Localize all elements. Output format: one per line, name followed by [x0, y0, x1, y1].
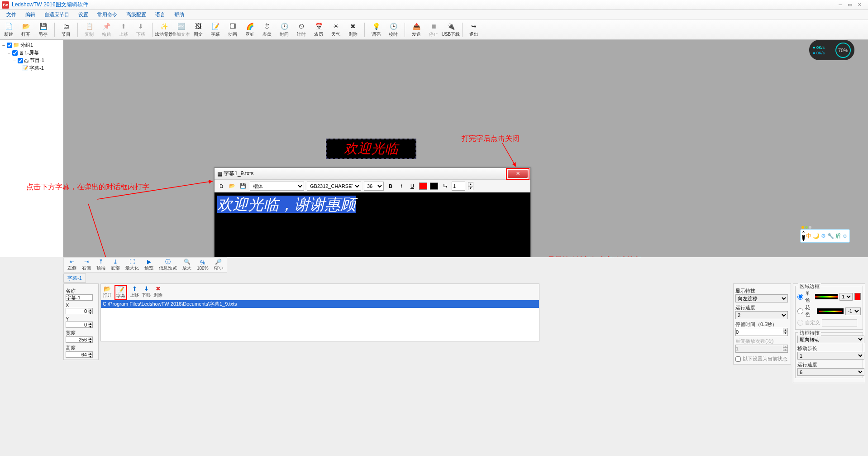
mini-左侧-button[interactable]: ⇤左侧: [67, 259, 76, 271]
fdel-button[interactable]: ✖删除: [153, 285, 162, 298]
speed2-select[interactable]: 6: [797, 368, 864, 376]
file-row[interactable]: C:\Program Files\LedshowTW 2016\Document…: [101, 300, 539, 308]
tree-chk-group[interactable]: [7, 43, 12, 48]
subtitle-button[interactable]: 📝字幕: [209, 22, 222, 38]
step-select[interactable]: 1: [797, 352, 864, 360]
fopen-button[interactable]: 📂打开: [103, 285, 112, 298]
border-val2[interactable]: -1: [845, 307, 861, 315]
stay-input[interactable]: [735, 328, 788, 336]
new-file-icon[interactable]: 🗋: [217, 182, 225, 190]
fdown-button[interactable]: ⬇下移: [142, 285, 151, 298]
menu-autofit[interactable]: 自适应节目: [41, 10, 73, 19]
delete-button[interactable]: ✖删除: [346, 22, 360, 38]
time-button[interactable]: 🕐时间: [277, 22, 291, 38]
tree-subtitle[interactable]: 字幕-1: [29, 65, 44, 72]
exit-button[interactable]: ↪退出: [467, 22, 481, 38]
send-button[interactable]: 📤发送: [410, 22, 423, 38]
color-red-swatch[interactable]: [419, 182, 427, 190]
tree-chk-screen[interactable]: [12, 50, 18, 56]
italic-button[interactable]: I: [397, 182, 405, 190]
underline-button[interactable]: U: [408, 182, 416, 190]
radio-single[interactable]: [797, 293, 803, 301]
brightness-button[interactable]: 💡调亮: [369, 22, 383, 38]
mini-顶端-button[interactable]: ⤒顶端: [96, 259, 105, 271]
imagetext-button[interactable]: 🖼图文: [191, 22, 205, 38]
fup-button[interactable]: ⬆上移: [130, 285, 139, 298]
folder-icon: 📁: [13, 42, 19, 48]
timer-button[interactable]: ⏲计时: [295, 22, 308, 38]
minimize-icon[interactable]: ─: [839, 2, 842, 8]
mini-底部-button[interactable]: ⤓底部: [111, 259, 120, 271]
stop-button[interactable]: ⏹停止: [427, 22, 440, 38]
border-preview-1[interactable]: [815, 294, 838, 299]
animation-button[interactable]: 🎞动画: [226, 22, 239, 38]
border-val1[interactable]: 1: [839, 293, 853, 301]
exit-icon: ↪: [469, 22, 478, 31]
paste-button[interactable]: 📌粘贴: [100, 22, 113, 38]
current-state-chk[interactable]: [735, 356, 741, 362]
open-button[interactable]: 📂打开: [19, 22, 33, 38]
menu-file[interactable]: 文件: [3, 10, 20, 19]
mini-缩小-button[interactable]: 🔎缩小: [214, 259, 223, 271]
radio-color[interactable]: [797, 307, 803, 315]
dialog-close-button[interactable]: ✕: [508, 170, 528, 178]
saveas-button[interactable]: 💾另存: [36, 22, 50, 38]
lunar-button[interactable]: 📅农历: [312, 22, 325, 38]
effect-select[interactable]: 向左连移: [735, 294, 788, 302]
mini-预览-button[interactable]: ▶预览: [144, 259, 153, 271]
effect-panel: 显示特技 向左连移 运行速度 2 停留时间（0.5秒） ▲▼ 重复播放次数(次)…: [733, 283, 791, 365]
menu-settings[interactable]: 设置: [75, 10, 92, 19]
menu-help[interactable]: 帮助: [171, 10, 188, 19]
prop-name-input[interactable]: [66, 294, 93, 301]
mini-100%-button[interactable]: %100%: [197, 259, 209, 271]
tab-subtitle[interactable]: 字幕-1: [67, 275, 82, 281]
speed-select[interactable]: 2: [735, 311, 788, 319]
weather-button[interactable]: ☀天气: [329, 22, 343, 38]
menu-advanced[interactable]: 高级配置: [123, 10, 150, 19]
dial-button[interactable]: ⏱表盘: [260, 22, 274, 38]
qq-helper[interactable]: 中🌙⚙🔧盾☺: [800, 229, 850, 243]
moveup-button[interactable]: ⬆上移: [117, 22, 130, 38]
movedown-button[interactable]: ⬇下移: [134, 22, 148, 38]
overlay-button[interactable]: 🔤叠加文本: [174, 22, 188, 38]
close-icon[interactable]: ✕: [858, 2, 862, 8]
tree-screen[interactable]: 1-屏幕: [24, 49, 39, 56]
tree-group[interactable]: 分组1: [20, 42, 33, 48]
dialog-titlebar[interactable]: ▦ 字幕1_9.txts ✕: [215, 168, 530, 180]
border-preview-2[interactable]: [817, 308, 844, 314]
charset-select[interactable]: GB2312_CHARSET: [307, 182, 361, 191]
maximize-icon[interactable]: ▭: [848, 2, 852, 8]
spacing-down[interactable]: ▼: [468, 186, 473, 190]
synctime-button[interactable]: 🕒校时: [386, 22, 400, 38]
tree-chk-program[interactable]: [18, 58, 23, 63]
spacing-icon[interactable]: ⇆: [441, 182, 449, 190]
copy-button[interactable]: 📋复制: [82, 22, 96, 38]
step-label: 移动步长: [797, 345, 861, 352]
new-button[interactable]: 📄新建: [2, 22, 15, 38]
spacing-up[interactable]: ▲: [468, 182, 473, 186]
mini-放大-button[interactable]: 🔍放大: [182, 259, 191, 271]
fsubtitle-button[interactable]: 📝字幕: [114, 285, 127, 300]
spacing-input[interactable]: [452, 182, 465, 191]
font-select[interactable]: 楷体: [250, 182, 304, 191]
menu-common[interactable]: 常用命令: [94, 10, 121, 19]
bg-button[interactable]: ✨炫动背景: [157, 22, 171, 38]
mini-信息预览-button[interactable]: ⓘ信息预览: [159, 259, 177, 271]
mini-最大化-button[interactable]: ⛶最大化: [125, 259, 139, 271]
open-file-icon[interactable]: 📂: [228, 182, 236, 190]
neon-button[interactable]: 🌈霓虹: [243, 22, 257, 38]
save-file-icon[interactable]: 💾: [239, 182, 247, 190]
color-black-swatch[interactable]: [430, 182, 438, 190]
border-effect-select[interactable]: 顺向转动: [797, 336, 864, 343]
bold-button[interactable]: B: [386, 182, 395, 190]
mini-右侧-button[interactable]: ⇥右侧: [82, 259, 91, 271]
program-button[interactable]: 🗂节目: [59, 22, 73, 38]
fontsize-select[interactable]: 36: [364, 182, 384, 191]
menu-edit[interactable]: 编辑: [22, 10, 39, 19]
tree-program[interactable]: 节目-1: [30, 57, 44, 64]
file-list[interactable]: C:\Program Files\LedshowTW 2016\Document…: [101, 300, 539, 341]
menu-language[interactable]: 语言: [152, 10, 169, 19]
lower-area: ⇤左侧⇥右侧⤒顶端⤓底部⛶最大化▶预览ⓘ信息预览🔍放大%100%🔎缩小 字幕-1…: [0, 257, 868, 456]
color-swatch[interactable]: [854, 293, 861, 300]
usb-button[interactable]: 🔌USB下载: [444, 22, 458, 38]
